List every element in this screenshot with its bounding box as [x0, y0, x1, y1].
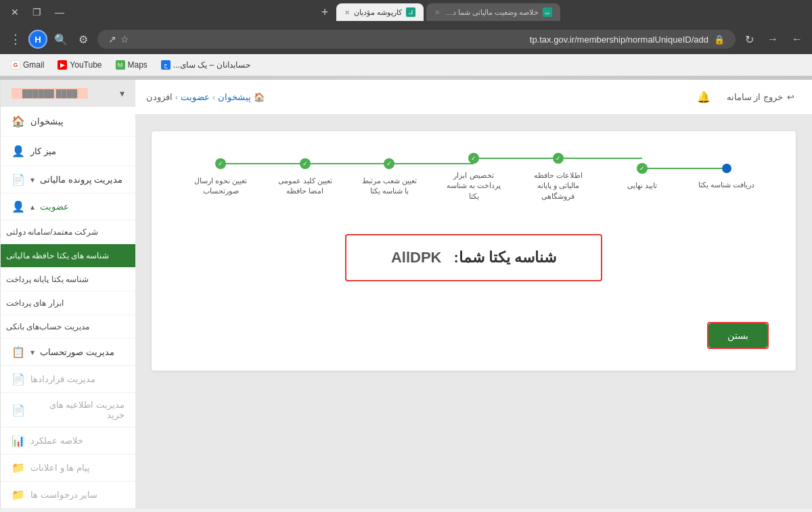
bookmark-youtube[interactable]: ▶ YouTube — [52, 58, 107, 72]
step6-circle — [637, 163, 648, 174]
unique-id-value: AllDPK — [391, 249, 442, 266]
top-nav-right: ↩ خروج از سامانه 🔔 — [693, 87, 801, 108]
modiriate-hesabha-label: مدیریت حساب‌های بانکی — [6, 322, 89, 331]
gharardadha-label: مدیریت قراردادها — [30, 374, 95, 384]
maps-label: Maps — [128, 60, 148, 70]
forward-button[interactable]: → — [763, 30, 782, 48]
breadcrumb-home[interactable]: پیشخوان — [218, 92, 251, 102]
step-2: تعیین کلید عمومی امضا حافظه — [263, 158, 348, 197]
bookmark-custom[interactable]: ح حسابدانان – یک سای... — [156, 58, 256, 72]
tab1-close-icon[interactable]: ✕ — [434, 9, 440, 16]
step-5: اطلاعات حافظه مالیاتی و پایانه فروشگاهی — [516, 153, 600, 202]
close-window-button[interactable]: ✕ — [5, 5, 24, 19]
parvaneh-icon: 📄 — [12, 173, 25, 186]
share-icon[interactable]: ↗ — [108, 34, 116, 45]
address-bar[interactable]: 🔒 tp.tax.gov.ir/membership/normalUniqueI… — [97, 30, 736, 49]
sidebar-item-etelaat-kharid: مدیریت اطلاعیه های خرید 📄 — [1, 393, 135, 427]
step4-circle — [468, 153, 479, 164]
sidebar-item-sherkate-motamad[interactable]: شرکت معتمد/سامانه دولتی — [1, 220, 135, 244]
tab2-favicon: ک — [406, 7, 415, 17]
sidebar-header: ▾ ████ ██████ — [1, 80, 135, 107]
step3-circle — [384, 158, 394, 169]
step-4: تخصیص ابزار پرداخت به شناسه یکتا — [432, 153, 516, 202]
browser-tab-1[interactable]: ت خلاصه وضعیت مالیاتی شما در نظا... ✕ — [426, 3, 560, 21]
profile-button[interactable]: H — [28, 30, 47, 49]
soorthasab-toggle-icon: ▾ — [30, 348, 35, 357]
gharardadha-icon: 📄 — [12, 373, 25, 386]
sidebar-item-ozaviyat[interactable]: عضویت ▴ 👤 — [1, 193, 135, 220]
top-nav-left: 🏠 پیشخوان › عضویت › افزودن — [146, 92, 265, 102]
step-7: دریافت شناسه یکتا — [684, 164, 769, 190]
sherkate-motamad-label: شرکت معتمد/سامانه دولتی — [6, 227, 98, 237]
top-navigation: ↩ خروج از سامانه 🔔 🏠 پیشخوان › عضویت › ا — [135, 80, 812, 115]
bookmark-gmail[interactable]: G Gmail — [5, 58, 49, 72]
unique-id-label: شناسه یکتا شما: — [454, 249, 557, 266]
title-bar: ت خلاصه وضعیت مالیاتی شما در نظا... ✕ ک … — [0, 0, 812, 24]
search-icon[interactable]: 🔍 — [50, 30, 72, 49]
miz-kar-label: میز کار — [30, 146, 56, 156]
browser-tab-2[interactable]: ک کارپوشه مؤدیان ✕ — [336, 3, 424, 21]
sidebar-item-modiriate-soorthasab[interactable]: مدیریت صورتحساب ▾ 📋 — [1, 339, 135, 366]
more-options-icon[interactable]: ⋮ — [5, 29, 26, 49]
notification-bell-icon[interactable]: 🔔 — [693, 87, 715, 108]
refresh-button[interactable]: ↻ — [741, 30, 758, 49]
close-button[interactable]: بستن — [708, 323, 767, 348]
sidebar-item-shanasehaye-yekta[interactable]: شناسه های یکتا حافظه مالیاتی — [1, 244, 135, 268]
step2-circle — [300, 158, 311, 169]
address-icons: ☆ ↗ — [108, 34, 129, 45]
sidebar-item-modiriate-hesabha[interactable]: مدیریت حساب‌های بانکی — [1, 315, 135, 339]
custom-favicon: ح — [161, 60, 171, 70]
ozaviyat-toggle-icon: ▴ — [30, 202, 35, 212]
sidebar-item-kholase-amalkard: خلاصه عملکرد 📊 — [1, 427, 135, 455]
payamha-label: پیام ها و اعلانات — [30, 463, 90, 473]
breadcrumb-current: افزودن — [146, 92, 173, 102]
step7-circle — [722, 164, 731, 173]
address-text: tp.tax.gov.ir/membership/normalUniqueID/… — [530, 34, 708, 45]
new-tab-button[interactable]: + — [316, 4, 334, 21]
sidebar-item-payamha: پیام ها و اعلانات 📁 — [1, 455, 135, 482]
home-sidebar-icon: 🏠 — [12, 115, 25, 128]
sidebar-item-abzar-pardakht[interactable]: ابزار های پرداخت — [1, 292, 135, 315]
shanasehaye-yekta-label: شناسه های یکتا حافظه مالیاتی — [6, 251, 109, 260]
logout-button[interactable]: ↩ خروج از سامانه — [720, 88, 801, 106]
breadcrumb-membership[interactable]: عضویت — [181, 92, 210, 102]
sidebar-item-shanasehe-yekta-payment[interactable]: شناسه یکتا پایانه پرداخت — [1, 268, 135, 292]
step-6: تایید نهایی — [600, 163, 685, 191]
sayer-darkhwastha-label: سایر درخواست ها — [30, 490, 97, 500]
kholase-amalkard-label: خلاصه عملکرد — [30, 436, 83, 446]
soorthasab-icon: 📋 — [12, 346, 25, 358]
breadcrumb: 🏠 پیشخوان › عضویت › افزودن — [146, 92, 265, 102]
step3-label: تعیین شعب مرتبط با شناسه یکتا — [359, 176, 420, 197]
address-bar-row: ← → ↻ 🔒 tp.tax.gov.ir/membership/normalU… — [0, 24, 812, 54]
sidebar-item-gharardadha: مدیریت قراردادها 📄 — [1, 366, 135, 393]
modiriate-soorthasab-label: مدیریت صورتحساب — [40, 347, 114, 357]
right-sidebar: ▾ ████ ██████ پیشخوان 🏠 میز کار 👤 مدیریت… — [0, 80, 135, 509]
sidebar-item-miz-kar[interactable]: میز کار 👤 — [1, 137, 135, 166]
ozaviyat-label: عضویت — [40, 202, 69, 212]
miz-kar-icon: 👤 — [12, 145, 25, 158]
logout-icon: ↩ — [787, 92, 794, 102]
home-icon: 🏠 — [254, 92, 265, 102]
browser-window: ت خلاصه وضعیت مالیاتی شما در نظا... ✕ ک … — [0, 0, 812, 509]
bookmark-maps[interactable]: M Maps — [110, 58, 153, 72]
tab2-close-icon[interactable]: ✕ — [344, 9, 350, 16]
modiriat-parvaneh-label: مدیریت پرونده مالیاتی — [40, 174, 122, 185]
extensions-icon[interactable]: ⚙ — [74, 30, 92, 49]
sidebar-dropdown-button[interactable]: ▾ — [120, 88, 125, 99]
minimize-button[interactable]: — — [49, 5, 70, 19]
abzar-pardakht-label: ابزار های پرداخت — [6, 298, 64, 308]
sayer-darkhwastha-icon: 📁 — [12, 488, 25, 501]
maximize-button[interactable]: ❐ — [27, 5, 47, 19]
etelaat-kharid-icon: 📄 — [12, 404, 25, 417]
back-button[interactable]: ← — [788, 30, 807, 48]
sidebar-item-pishkhwan[interactable]: پیشخوان 🏠 — [1, 107, 135, 137]
gmail-label: Gmail — [23, 60, 44, 70]
sidebar-item-modiriat-parvaneh[interactable]: مدیریت پرونده مالیاتی ▾ 📄 — [1, 166, 135, 193]
bookmark-star-icon[interactable]: ☆ — [120, 34, 129, 45]
youtube-favicon: ▶ — [58, 60, 67, 70]
breadcrumb-sep2: › — [175, 93, 178, 102]
tab2-label: کارپوشه مؤدیان — [354, 8, 402, 17]
etelaat-kharid-label: مدیریت اطلاعیه های خرید — [30, 400, 125, 420]
step1-label: تعیین نحوه ارسال صورتحساب — [190, 176, 251, 197]
kholase-amalkard-icon: 📊 — [12, 434, 25, 447]
